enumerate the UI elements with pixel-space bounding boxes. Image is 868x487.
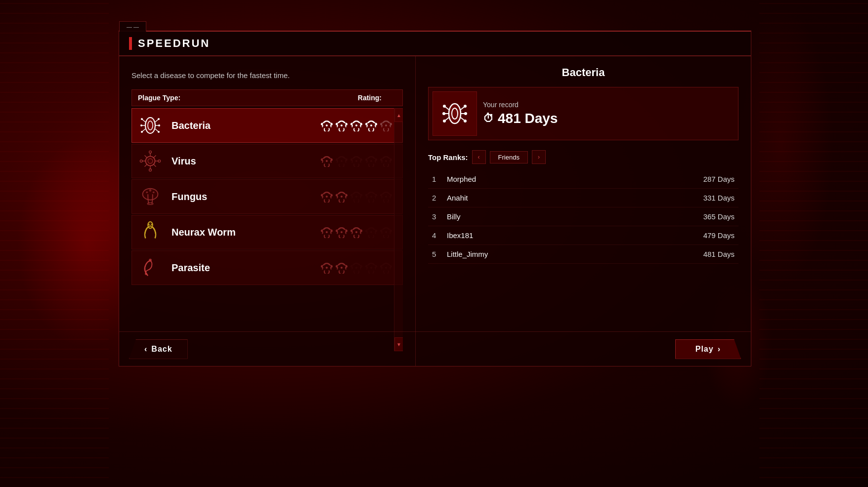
rank-row-1: 1 Morphed 287 Days [428, 170, 738, 189]
disease-row-neurax[interactable]: Neurax Worm [131, 215, 403, 249]
back-chevron-icon: ‹ [144, 345, 147, 354]
svg-line-24 [144, 155, 147, 158]
svg-point-13 [158, 131, 160, 133]
neurax-icon [137, 219, 164, 245]
svg-point-46 [443, 105, 446, 108]
ranks-friends-button[interactable]: Friends [490, 151, 528, 163]
svg-point-12 [158, 124, 160, 126]
back-button[interactable]: ‹ Back [129, 339, 188, 359]
svg-point-32 [153, 191, 155, 193]
svg-point-21 [140, 160, 142, 162]
svg-point-36 [149, 259, 152, 262]
svg-point-38 [449, 104, 461, 123]
svg-point-8 [141, 118, 143, 120]
svg-point-10 [141, 131, 143, 133]
parasite-r5 [380, 261, 392, 274]
column-rating-header: Rating: [358, 94, 382, 102]
parasite-r1 [320, 261, 333, 274]
rating-icon-3 [350, 119, 363, 132]
selected-disease-title: Bacteria [428, 66, 738, 79]
ranks-table: 1 Morphed 287 Days 2 Anahit 331 Days 3 B… [428, 170, 738, 356]
scroll-up-button[interactable]: ▲ [394, 108, 403, 122]
play-button[interactable]: Play › [675, 339, 741, 359]
title-bar: — — [119, 16, 146, 32]
table-header: Plague Type: Rating: [131, 89, 403, 106]
rank-score-1: 287 Days [703, 175, 735, 183]
fungus-name: Fungus [172, 191, 320, 203]
side-decoration-left [0, 0, 109, 487]
bacteria-icon [137, 112, 164, 139]
rank-num-5: 5 [432, 250, 447, 258]
rank-score-3: 365 Days [703, 212, 735, 221]
rank-row-4: 4 Ibex181 479 Days [428, 226, 738, 245]
fungus-r2 [335, 190, 348, 203]
window-header: SPEEDRUN [119, 32, 751, 56]
virus-rating-4 [365, 155, 378, 167]
rank-row-2: 2 Anahit 331 Days [428, 189, 738, 207]
rank-name-1: Morphed [447, 175, 703, 183]
parasite-r2 [335, 261, 348, 274]
record-disease-icon [433, 91, 477, 136]
bacteria-rating [320, 119, 392, 132]
side-decoration-right [759, 0, 868, 487]
svg-point-51 [464, 120, 467, 122]
svg-point-30 [146, 191, 148, 193]
neurax-rating [320, 226, 392, 239]
svg-point-50 [464, 112, 467, 115]
rank-name-4: Ibex181 [447, 231, 703, 240]
svg-point-49 [464, 105, 467, 108]
rating-icon-1 [320, 119, 333, 132]
virus-rating-1 [320, 155, 333, 167]
rank-score-4: 479 Days [703, 231, 735, 240]
virus-icon [137, 148, 164, 174]
right-panel: Bacteria [416, 56, 751, 366]
rank-num-1: 1 [432, 175, 447, 183]
parasite-name: Parasite [172, 262, 320, 274]
disease-row-bacteria[interactable]: Bacteria [131, 108, 403, 143]
bacteria-name: Bacteria [172, 120, 320, 131]
parasite-rating [320, 261, 392, 274]
svg-point-31 [149, 189, 152, 192]
disease-row-fungus[interactable]: Fungus [131, 179, 403, 214]
content-area: Select a disease to compete for the fast… [119, 56, 751, 366]
svg-point-17 [149, 151, 152, 153]
virus-name: Virus [172, 156, 320, 167]
virus-rating-3 [350, 155, 363, 167]
neurax-r3 [350, 226, 363, 239]
svg-point-0 [145, 118, 155, 133]
fungus-icon [137, 183, 164, 210]
rank-name-3: Billy [447, 212, 703, 221]
fungus-r3 [350, 190, 363, 203]
ranks-next-button[interactable]: › [532, 150, 546, 164]
disease-list-inner: Bacteria [131, 108, 403, 285]
disease-row-parasite[interactable]: Parasite [131, 250, 403, 285]
play-chevron-icon: › [718, 345, 721, 354]
fungus-r1 [320, 190, 333, 203]
svg-point-11 [158, 118, 160, 120]
svg-point-48 [443, 120, 446, 122]
record-label: Your record [483, 101, 734, 109]
disease-row-virus[interactable]: Virus [131, 144, 403, 178]
rank-num-3: 3 [432, 212, 447, 221]
parasite-icon [137, 254, 164, 281]
parasite-r3 [350, 261, 363, 274]
svg-line-27 [154, 164, 156, 167]
rank-num-2: 2 [432, 194, 447, 202]
rank-row-3: 3 Billy 365 Days [428, 207, 738, 226]
play-button-label: Play [695, 345, 714, 354]
back-button-label: Back [151, 345, 172, 354]
svg-line-25 [154, 155, 156, 158]
neurax-r2 [335, 226, 348, 239]
svg-point-34 [148, 224, 150, 225]
ranks-prev-button[interactable]: ‹ [472, 150, 486, 164]
svg-point-19 [149, 169, 152, 171]
left-panel: Select a disease to compete for the fast… [119, 56, 416, 366]
rank-name-5: Little_Jimmy [447, 250, 703, 258]
instruction-text: Select a disease to compete for the fast… [131, 71, 403, 80]
disease-scrollbar[interactable]: ▲ ▼ [394, 108, 403, 351]
svg-line-26 [144, 164, 147, 167]
neurax-name: Neurax Worm [172, 227, 320, 238]
clock-icon: ⏱ [483, 112, 494, 125]
svg-point-9 [140, 124, 142, 126]
neurax-r4 [365, 226, 378, 239]
